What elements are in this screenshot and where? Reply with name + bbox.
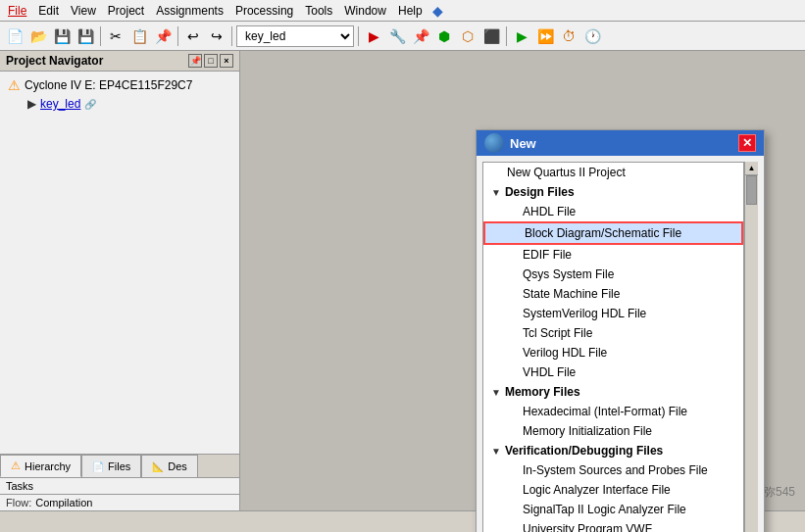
pin-panel-btn[interactable]: 📌 xyxy=(188,54,202,68)
save-btn[interactable]: 💾 xyxy=(51,25,73,47)
insystem-label: In-System Sources and Probes File xyxy=(523,463,708,477)
list-item-edif[interactable]: EDIF File xyxy=(483,245,743,265)
list-item-hex[interactable]: Hexadecimal (Intel-Format) File xyxy=(483,402,743,421)
clock-btn[interactable]: 🕐 xyxy=(581,25,603,47)
device-label: Cyclone IV E: EP4CE115F29C7 xyxy=(25,78,192,92)
dialog-close-btn[interactable]: ✕ xyxy=(738,134,756,152)
verification-expand-icon: ▼ xyxy=(491,446,501,457)
save-all-btn[interactable]: 💾 xyxy=(75,25,96,47)
menu-view[interactable]: View xyxy=(65,2,102,20)
menu-edit[interactable]: Edit xyxy=(32,2,65,20)
des-tab-icon: 📐 xyxy=(152,461,164,472)
prog-btn[interactable]: ⬢ xyxy=(433,25,455,47)
menubar: File Edit View Project Assignments Proce… xyxy=(0,0,805,22)
state-machine-label: State Machine File xyxy=(523,287,620,301)
panel-header: Project Navigator 📌 □ × xyxy=(0,51,239,72)
list-item-new-project[interactable]: New Quartus II Project xyxy=(483,163,743,182)
logic-analyzer-label: Logic Analyzer Interface File xyxy=(523,483,671,497)
sep5 xyxy=(506,26,507,46)
tab-row: ⚠ Hierarchy 📄 Files 📐 Des xyxy=(0,454,239,477)
step-btn[interactable]: ⏩ xyxy=(534,25,556,47)
redo-btn[interactable]: ↪ xyxy=(206,25,227,47)
menu-assignments[interactable]: Assignments xyxy=(150,2,229,20)
float-panel-btn[interactable]: □ xyxy=(204,54,218,68)
tree-device-item[interactable]: ⚠ Cyclone IV E: EP4CE115F29C7 xyxy=(4,75,235,95)
list-cat-verification: ▼ Verification/Debugging Files xyxy=(483,441,743,460)
flow-label: Flow: xyxy=(6,497,31,508)
project-dropdown[interactable]: key_led xyxy=(236,25,354,47)
scroll-thumb[interactable] xyxy=(746,175,757,205)
sep3 xyxy=(231,26,232,46)
list-item-qsys[interactable]: Qsys System File xyxy=(483,265,743,284)
scroll-up-btn[interactable]: ▲ xyxy=(745,162,758,175)
list-item-tcl[interactable]: Tcl Script File xyxy=(483,323,743,343)
hierarchy-tab-icon: ⚠ xyxy=(11,459,21,472)
dialog-title-content: New xyxy=(484,133,536,153)
close-panel-btn[interactable]: × xyxy=(220,54,233,68)
panel-title: Project Navigator xyxy=(6,54,103,68)
list-cat-memory: ▼ Memory Files xyxy=(483,382,743,402)
list-item-vwf[interactable]: University Program VWF xyxy=(483,519,743,532)
design-cat-label: Design Files xyxy=(505,185,575,199)
dialog-titlebar: New ✕ xyxy=(477,130,764,156)
tab-files[interactable]: 📄 Files xyxy=(81,455,141,477)
file-type-list[interactable]: New Quartus II Project ▼ Design Files AH… xyxy=(482,162,744,532)
app-logo-icon: ◆ xyxy=(432,3,443,19)
stop-btn[interactable]: ⬛ xyxy=(480,25,502,47)
tab-des-label: Des xyxy=(168,460,187,472)
menu-file[interactable]: File xyxy=(2,2,32,20)
signaltap-label: SignalTap II Logic Analyzer File xyxy=(523,503,686,516)
panel-controls: 📌 □ × xyxy=(188,54,233,68)
list-item-systemverilog[interactable]: SystemVerilog HDL File xyxy=(483,304,743,323)
cfg-btn[interactable]: ⬡ xyxy=(457,25,478,47)
undo-btn[interactable]: ↩ xyxy=(182,25,204,47)
list-item-block-diagram[interactable]: Block Diagram/Schematic File xyxy=(483,221,743,245)
open-btn[interactable]: 📂 xyxy=(27,25,49,47)
dialog-content: New Quartus II Project ▼ Design Files AH… xyxy=(477,156,764,532)
sep1 xyxy=(100,26,101,46)
menu-window[interactable]: Window xyxy=(338,2,392,20)
flow-value: Compilation xyxy=(35,497,92,508)
tab-hierarchy-label: Hierarchy xyxy=(25,460,71,472)
timer-btn[interactable]: ⏱ xyxy=(558,25,579,47)
hex-label: Hexadecimal (Intel-Format) File xyxy=(523,405,687,418)
new-dialog: New ✕ New Quartus II Project xyxy=(476,129,765,532)
list-item-verilog[interactable]: Verilog HDL File xyxy=(483,343,743,363)
list-item-state-machine[interactable]: State Machine File xyxy=(483,284,743,304)
list-content: New Quartus II Project ▼ Design Files AH… xyxy=(482,162,744,532)
menu-help[interactable]: Help xyxy=(392,2,428,20)
menu-project[interactable]: Project xyxy=(102,2,150,20)
dialog-title: New xyxy=(510,136,536,151)
list-item-vhdl[interactable]: VHDL File xyxy=(483,363,743,382)
memory-expand-icon: ▼ xyxy=(491,387,501,398)
tasks-row: Tasks xyxy=(0,477,239,494)
paste-btn[interactable]: 📌 xyxy=(152,25,174,47)
list-item-insystem[interactable]: In-System Sources and Probes File xyxy=(483,460,743,480)
tcl-label: Tcl Script File xyxy=(523,326,592,340)
run-btn[interactable]: ▶ xyxy=(511,25,532,47)
tree-area: ⚠ Cyclone IV E: EP4CE115F29C7 ▶ key_led … xyxy=(0,72,239,454)
project-link[interactable]: key_led xyxy=(40,97,80,111)
new-btn[interactable]: 📄 xyxy=(4,25,25,47)
edif-label: EDIF File xyxy=(523,248,572,262)
copy-btn[interactable]: 📋 xyxy=(128,25,150,47)
scrollbar[interactable]: ▲ ▼ xyxy=(744,162,758,532)
memory-cat-label: Memory Files xyxy=(505,385,580,399)
cut-btn[interactable]: ✂ xyxy=(105,25,126,47)
pin-btn[interactable]: 📌 xyxy=(410,25,431,47)
list-item-ahdl[interactable]: AHDL File xyxy=(483,202,743,221)
compile-btn[interactable]: ▶ xyxy=(363,25,384,47)
tree-project-item[interactable]: ▶ key_led 🔗 xyxy=(24,95,235,113)
tab-des[interactable]: 📐 Des xyxy=(141,455,198,477)
rtl-btn[interactable]: 🔧 xyxy=(386,25,408,47)
vwf-label: University Program VWF xyxy=(523,522,652,532)
list-item-signaltap[interactable]: SignalTap II Logic Analyzer File xyxy=(483,500,743,519)
list-item-mif[interactable]: Memory Initialization File xyxy=(483,421,743,441)
tasks-label: Tasks xyxy=(6,480,33,492)
list-item-logic-analyzer[interactable]: Logic Analyzer Interface File xyxy=(483,480,743,500)
expand-icon: ▶ xyxy=(27,97,36,111)
menu-tools[interactable]: Tools xyxy=(299,2,338,20)
tab-hierarchy[interactable]: ⚠ Hierarchy xyxy=(0,455,81,477)
menu-processing[interactable]: Processing xyxy=(229,2,299,20)
sep2 xyxy=(177,26,178,46)
